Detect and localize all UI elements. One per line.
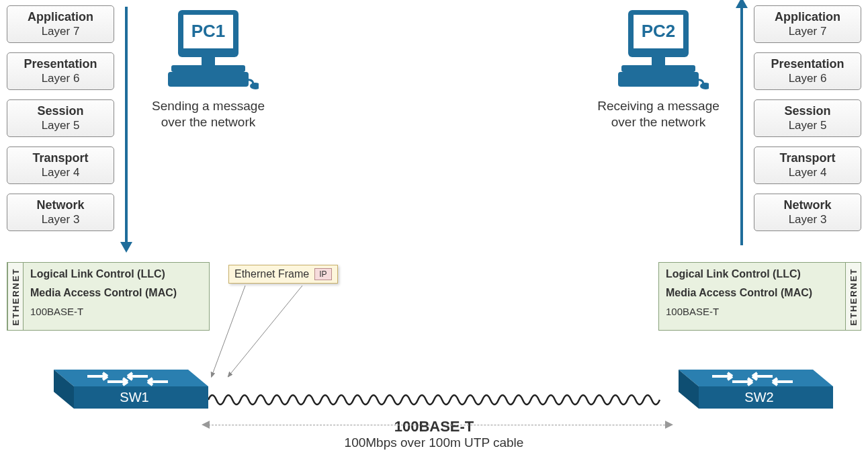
osi-layer-title: Session	[7, 104, 114, 119]
switch-icon: SW1	[47, 349, 208, 413]
pc2-caption: Receiving a message over the network	[571, 98, 746, 130]
osi-layer-sub: Layer 7	[7, 25, 114, 38]
svg-rect-8	[652, 57, 665, 65]
switch-sw1: SW1	[47, 349, 208, 413]
phy-label: 100BASE-T	[666, 306, 838, 317]
svg-rect-9	[621, 65, 695, 72]
frame-label: Ethernet Frame	[234, 268, 309, 280]
pc2: PC2 Receiving a message over the network	[571, 7, 746, 130]
ethernet-tab: ETHERNET	[845, 263, 861, 330]
osi-application: ApplicationLayer 7	[7, 5, 114, 43]
osi-layer-sub: Layer 3	[754, 213, 861, 226]
osi-layer-title: Presentation	[7, 57, 114, 72]
computer-icon: PC1	[158, 7, 259, 94]
osi-network: NetworkLayer 3	[754, 194, 861, 231]
pc1-caption: Sending a message over the network	[121, 98, 296, 130]
osi-layer-title: Network	[7, 198, 114, 213]
osi-layer-title: Network	[754, 198, 861, 213]
link-label: 100BASE-T 100Mbps over 100m UTP cable	[0, 418, 868, 450]
range-line-left	[208, 425, 430, 426]
switch-label: SW1	[120, 390, 148, 405]
osi-layer-title: Presentation	[754, 57, 861, 72]
computer-icon: PC2	[608, 7, 709, 94]
range-line-right	[443, 425, 665, 426]
osi-layer-sub: Layer 6	[7, 72, 114, 85]
pc1: PC1 Sending a message over the network	[121, 7, 296, 130]
svg-rect-10	[618, 72, 699, 87]
phy-label: 100BASE-T	[30, 306, 202, 317]
svg-rect-2	[202, 57, 215, 65]
ethernet-tab: ETHERNET	[7, 263, 24, 330]
link-title: 100BASE-T	[0, 418, 868, 435]
caption-line: Receiving a message	[597, 99, 720, 113]
osi-layer-sub: Layer 5	[7, 119, 114, 132]
range-arrow-left-icon	[202, 421, 210, 429]
diagram-canvas: ApplicationLayer 7 PresentationLayer 6 S…	[0, 0, 868, 463]
ethernet-sublayers-right: ETHERNET Logical Link Control (LLC) Medi…	[658, 262, 861, 331]
link-subtitle: 100Mbps over 100m UTP cable	[0, 435, 868, 450]
osi-presentation: PresentationLayer 6	[754, 52, 861, 90]
ethernet-body: Logical Link Control (LLC) Media Access …	[659, 263, 845, 330]
svg-point-11	[700, 83, 709, 89]
osi-transport: TransportLayer 4	[7, 146, 114, 184]
osi-layer-sub: Layer 4	[7, 166, 114, 179]
svg-point-5	[250, 83, 259, 89]
osi-layer-sub: Layer 3	[7, 213, 114, 226]
ethernet-sublayers-left: ETHERNET Logical Link Control (LLC) Medi…	[7, 262, 210, 331]
osi-layer-title: Application	[754, 10, 861, 25]
arrowhead-down-icon	[120, 242, 132, 253]
osi-transport: TransportLayer 4	[754, 146, 861, 184]
llc-label: Logical Link Control (LLC)	[666, 268, 838, 280]
osi-session: SessionLayer 5	[754, 99, 861, 137]
utp-cable-icon	[208, 390, 665, 410]
osi-layer-title: Transport	[7, 151, 114, 166]
osi-layer-sub: Layer 7	[754, 25, 861, 38]
pc-label: PC1	[191, 21, 226, 41]
osi-layer-title: Application	[7, 10, 114, 25]
ip-chip: IP	[314, 268, 331, 280]
switch-sw2: SW2	[672, 349, 833, 413]
ethernet-tab-label: ETHERNET	[849, 267, 859, 325]
pointer-lines	[202, 282, 349, 390]
range-arrow-right-icon	[665, 421, 673, 429]
osi-presentation: PresentationLayer 6	[7, 52, 114, 90]
switch-icon: SW2	[672, 349, 833, 413]
svg-line-13	[228, 286, 302, 376]
osi-session: SessionLayer 5	[7, 99, 114, 137]
osi-layer-title: Transport	[754, 151, 861, 166]
osi-layer-sub: Layer 6	[754, 72, 861, 85]
svg-rect-4	[168, 72, 249, 87]
svg-line-12	[212, 286, 245, 376]
ethernet-body: Logical Link Control (LLC) Media Access …	[24, 263, 209, 330]
caption-line: Sending a message	[152, 99, 265, 113]
caption-line: over the network	[611, 115, 705, 129]
osi-layer-sub: Layer 4	[754, 166, 861, 179]
osi-network: NetworkLayer 3	[7, 194, 114, 231]
caption-line: over the network	[161, 115, 255, 129]
svg-rect-3	[171, 65, 245, 72]
llc-label: Logical Link Control (LLC)	[30, 268, 202, 280]
osi-stack-left: ApplicationLayer 7 PresentationLayer 6 S…	[7, 5, 114, 241]
osi-layer-sub: Layer 5	[754, 119, 861, 132]
pc-label: PC2	[642, 21, 676, 41]
osi-application: ApplicationLayer 7	[754, 5, 861, 43]
ethernet-frame-tag: Ethernet Frame IP	[228, 265, 338, 284]
mac-label: Media Access Control (MAC)	[666, 287, 838, 299]
osi-stack-right: ApplicationLayer 7 PresentationLayer 6 S…	[754, 5, 861, 241]
ethernet-tab-label: ETHERNET	[11, 267, 21, 325]
mac-label: Media Access Control (MAC)	[30, 287, 202, 299]
switch-label: SW2	[744, 390, 773, 405]
osi-layer-title: Session	[754, 104, 861, 119]
